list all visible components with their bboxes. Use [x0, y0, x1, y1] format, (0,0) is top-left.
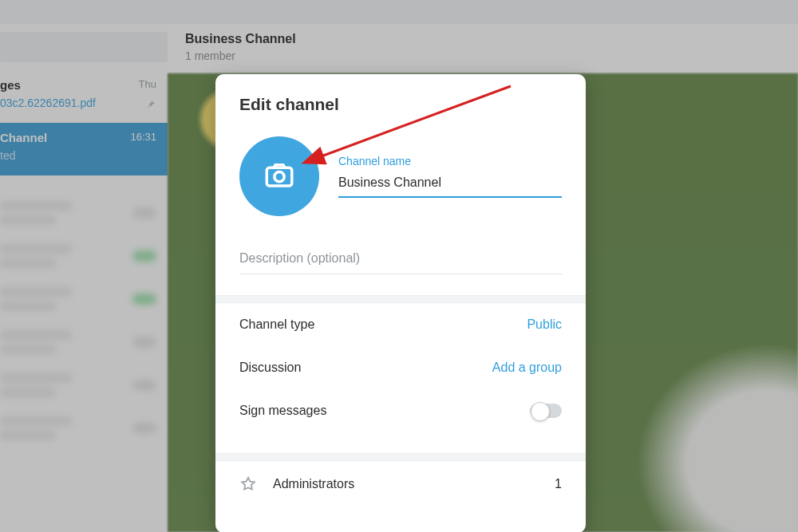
modal-title: Edit channel	[239, 95, 562, 114]
section-divider	[215, 295, 586, 303]
channel-name-input[interactable]	[338, 172, 562, 198]
edit-channel-modal: Edit channel Channel name	[215, 74, 586, 532]
discussion-label: Discussion	[239, 361, 301, 375]
channel-name-label: Channel name	[338, 155, 562, 167]
svg-point-1	[275, 172, 284, 182]
discussion-row[interactable]: Discussion Add a group	[239, 346, 562, 389]
sign-messages-label: Sign messages	[239, 404, 326, 418]
administrators-label: Administrators	[273, 477, 354, 491]
discussion-value: Add a group	[492, 361, 562, 375]
administrators-row[interactable]: Administrators 1	[239, 461, 562, 507]
sign-messages-toggle[interactable]	[530, 404, 562, 418]
star-icon	[239, 475, 257, 493]
channel-type-row[interactable]: Channel type Public	[239, 303, 562, 346]
app-root: ges 03c2.62262691.pdf Thu Channel ted 16…	[0, 0, 798, 532]
set-photo-button[interactable]	[239, 136, 319, 216]
channel-type-value: Public	[527, 317, 562, 332]
sign-messages-row[interactable]: Sign messages	[239, 389, 562, 432]
administrators-count: 1	[555, 477, 562, 491]
section-divider	[215, 453, 586, 461]
description-input[interactable]	[239, 248, 562, 274]
svg-rect-0	[267, 167, 292, 186]
channel-type-label: Channel type	[239, 317, 314, 332]
camera-icon	[263, 158, 296, 195]
